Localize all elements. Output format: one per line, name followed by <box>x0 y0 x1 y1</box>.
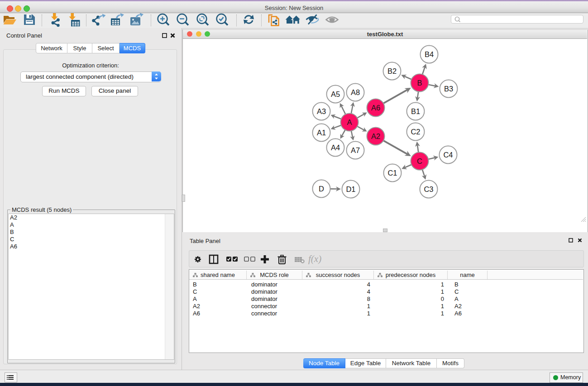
svg-text:A7: A7 <box>351 146 360 154</box>
svg-text:C3: C3 <box>424 185 433 193</box>
svg-text:C1: C1 <box>387 169 397 177</box>
svg-text:A2: A2 <box>371 132 380 140</box>
svg-text:B1: B1 <box>411 107 420 115</box>
svg-text:D1: D1 <box>346 185 355 193</box>
svg-text:A: A <box>347 118 352 126</box>
svg-text:C2: C2 <box>411 128 420 136</box>
svg-text:A5: A5 <box>331 90 340 98</box>
svg-text:A6: A6 <box>371 104 380 112</box>
svg-text:C: C <box>417 157 422 165</box>
svg-text:A8: A8 <box>351 88 360 96</box>
svg-text:B: B <box>417 79 422 87</box>
svg-text:B2: B2 <box>387 67 397 75</box>
svg-text:A4: A4 <box>331 143 340 152</box>
svg-text:A1: A1 <box>317 129 326 137</box>
svg-text:A3: A3 <box>317 107 326 115</box>
svg-text:B3: B3 <box>444 85 453 93</box>
svg-text:C4: C4 <box>443 151 453 159</box>
svg-text:B4: B4 <box>425 50 434 58</box>
svg-text:D: D <box>319 185 324 193</box>
